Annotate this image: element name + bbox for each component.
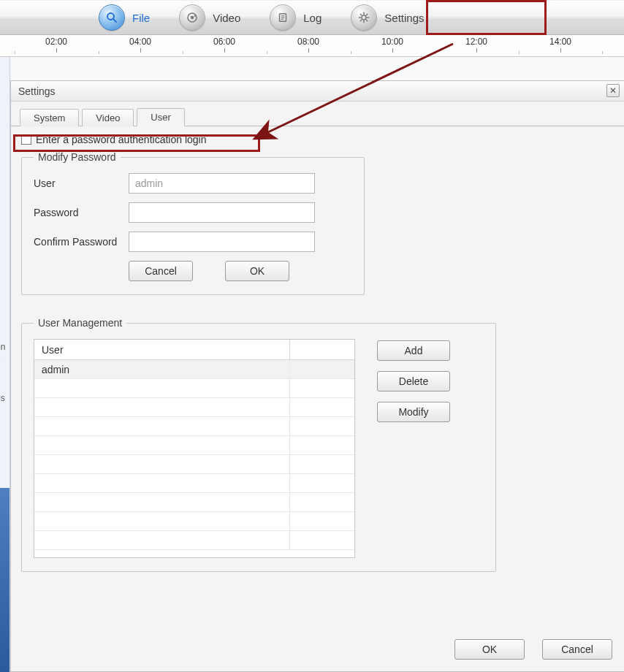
main-toolbar: File Video Log Settings <box>0 0 624 35</box>
timeline-tick-label: 04:00 <box>129 37 151 47</box>
timeline-tick-label: 02:00 <box>45 37 67 47</box>
timeline-ruler[interactable]: 02:0004:0006:0008:0010:0012:0014:00 <box>0 35 624 57</box>
timeline-tick-label: 12:00 <box>465 37 487 47</box>
timeline-tick <box>308 48 309 53</box>
tab-user[interactable]: User <box>137 108 184 126</box>
table-row[interactable] <box>34 474 354 493</box>
svg-line-14 <box>360 14 362 15</box>
user-table-header: User <box>34 340 354 360</box>
toolbar-item-log[interactable]: Log <box>270 0 338 35</box>
auth-login-row: Enter a password authentication login <box>21 134 614 145</box>
svg-point-9 <box>362 15 366 20</box>
svg-point-3 <box>191 16 194 20</box>
button-label: OK <box>482 644 497 655</box>
svg-line-1 <box>113 19 116 22</box>
user-cell <box>42 474 290 492</box>
dialog-ok-button[interactable]: OK <box>454 639 525 660</box>
table-row[interactable] <box>34 417 354 436</box>
button-label: Cancel <box>561 644 593 655</box>
timeline-tick-minor <box>435 51 435 54</box>
timeline-tick <box>140 48 141 53</box>
table-row[interactable]: admin <box>34 360 354 379</box>
button-label: Delete <box>399 375 428 387</box>
table-row[interactable] <box>34 512 354 531</box>
video-icon <box>179 4 205 31</box>
modify-ok-button[interactable]: OK <box>225 261 289 281</box>
timeline-tick-label: 06:00 <box>213 37 235 47</box>
settings-tabstrip: System Video User <box>11 102 624 126</box>
close-icon: ✕ <box>609 85 617 96</box>
add-user-button[interactable]: Add <box>377 340 450 361</box>
toolbar-item-file[interactable]: File <box>99 0 166 35</box>
password-field[interactable] <box>129 202 315 223</box>
tab-label: Video <box>96 112 120 123</box>
modify-password-legend: Modify Password <box>34 151 121 163</box>
user-cell: admin <box>42 360 290 378</box>
svg-point-4 <box>194 15 196 17</box>
svg-line-15 <box>367 20 368 21</box>
user-cell <box>42 512 290 530</box>
password-label: Password <box>34 207 129 218</box>
toolbar-item-video[interactable]: Video <box>179 0 256 35</box>
user-field[interactable] <box>129 173 315 194</box>
user-cell <box>42 531 290 549</box>
user-tab-panel: Enter a password authentication login Mo… <box>11 126 624 604</box>
user-cell <box>42 436 290 454</box>
user-cell <box>42 379 290 397</box>
button-label: Cancel <box>145 265 177 277</box>
column-user: User <box>34 340 290 359</box>
modify-user-button[interactable]: Modify <box>377 402 450 422</box>
timeline-tick <box>560 48 561 53</box>
timeline-tick-minor <box>267 51 267 54</box>
dialog-title-text: Settings <box>18 85 56 97</box>
toolbar-label: Settings <box>384 12 424 24</box>
tab-video[interactable]: Video <box>82 109 134 126</box>
user-management-group: User Management User admin Add Delete Mo… <box>21 317 496 572</box>
user-cell <box>42 493 290 511</box>
auth-checkbox[interactable] <box>21 134 31 145</box>
timeline-tick-minor <box>602 51 603 54</box>
timeline-tick-label: 10:00 <box>381 37 403 47</box>
table-row[interactable] <box>34 436 354 455</box>
search-icon <box>99 4 125 31</box>
user-table-body: admin <box>34 360 354 557</box>
timeline-tick-label: 08:00 <box>297 37 319 47</box>
modify-cancel-button[interactable]: Cancel <box>129 261 193 281</box>
table-row[interactable] <box>34 455 354 474</box>
user-table[interactable]: User admin <box>34 339 355 558</box>
timeline-tick <box>476 48 477 53</box>
tab-label: User <box>151 112 170 123</box>
timeline-tick-minor <box>99 51 99 54</box>
fragment-panel <box>0 488 10 672</box>
timeline-tick-minor <box>15 51 15 54</box>
table-row[interactable] <box>34 398 354 417</box>
dialog-close-button[interactable]: ✕ <box>606 84 620 97</box>
timeline-tick <box>56 48 57 53</box>
user-cell <box>42 398 290 416</box>
toolbar-label: Log <box>303 12 321 24</box>
timeline-tick-minor <box>519 51 520 54</box>
dialog-cancel-button[interactable]: Cancel <box>542 639 612 660</box>
confirm-password-field[interactable] <box>129 232 315 252</box>
auth-checkbox-label: Enter a password authentication login <box>36 134 206 145</box>
tab-system[interactable]: System <box>20 109 79 126</box>
fragment-text: on <box>0 342 5 352</box>
table-row[interactable] <box>34 379 354 398</box>
timeline-tick-minor <box>351 51 351 54</box>
dialog-footer: OK Cancel <box>454 639 612 660</box>
log-icon <box>270 4 296 31</box>
svg-line-16 <box>360 20 362 21</box>
table-row[interactable] <box>34 493 354 512</box>
user-cell <box>42 417 290 435</box>
button-label: Modify <box>398 406 428 418</box>
left-panel-fragment: on e es <box>0 57 10 672</box>
user-cell <box>42 455 290 473</box>
svg-line-17 <box>367 14 368 15</box>
button-label: OK <box>250 265 265 277</box>
timeline-tick <box>224 48 225 53</box>
toolbar-item-settings[interactable]: Settings <box>351 0 440 35</box>
toolbar-label: Video <box>213 12 240 24</box>
table-row[interactable] <box>34 531 354 550</box>
gear-icon <box>351 4 377 31</box>
delete-user-button[interactable]: Delete <box>377 371 450 392</box>
